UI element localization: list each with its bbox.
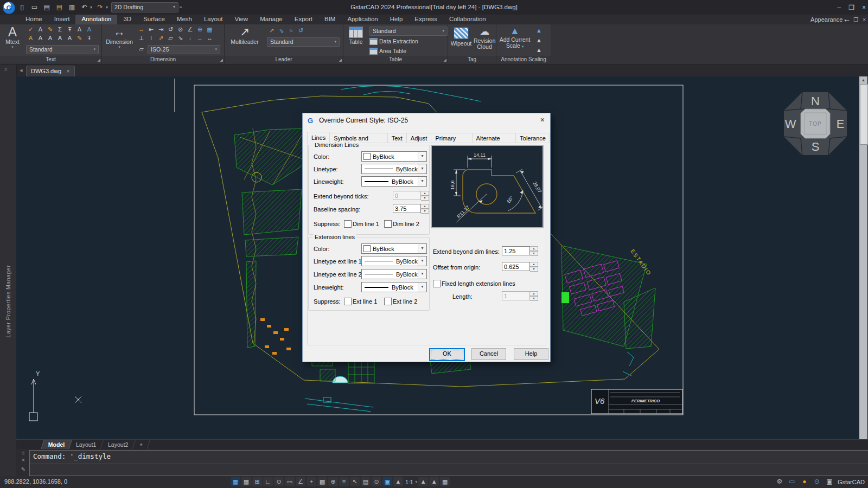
tab-tolerance[interactable]: Tolerance xyxy=(516,133,550,143)
text-dialog-launcher-icon[interactable]: ◢ xyxy=(98,58,100,62)
gear-icon[interactable]: ⚙ xyxy=(775,477,784,486)
fixed-length-checkbox[interactable] xyxy=(433,280,441,287)
ok-button[interactable]: OK xyxy=(429,348,465,361)
leader-style-dropdown[interactable]: Standard▾ xyxy=(267,37,340,47)
chevron-down-icon[interactable]: ▾ xyxy=(416,480,418,484)
spin-down-icon[interactable]: ▾ xyxy=(530,267,538,272)
tab-nav-left-icon[interactable]: ◂ xyxy=(20,67,23,74)
case-text-icon[interactable]: A xyxy=(65,34,74,42)
tab-application[interactable]: Application xyxy=(341,15,384,24)
text-frame-icon[interactable]: Ŧ xyxy=(85,34,94,42)
revision-cloud-button[interactable]: ☁ Revision Cloud xyxy=(474,25,495,50)
spin-up-icon[interactable]: ▴ xyxy=(421,204,429,209)
ext-linetype1-dropdown[interactable]: ByBlock ▾ xyxy=(361,256,427,266)
undo-caret-icon[interactable]: ▾ xyxy=(90,5,92,10)
command-close-icon[interactable]: × xyxy=(20,456,27,464)
angular-dim-icon[interactable]: ⇥ xyxy=(156,25,165,34)
zoom-tool-icon[interactable]: ⊙ xyxy=(372,477,381,486)
tab-insert[interactable]: Insert xyxy=(48,15,76,24)
dock-grip-icon[interactable]: ≡ xyxy=(4,67,8,72)
ext-color-dropdown[interactable]: ByBlock ▾ xyxy=(361,243,427,254)
dim-update-icon[interactable]: ↓ xyxy=(186,34,195,42)
qat-customize-icon[interactable]: ≡ xyxy=(180,5,182,10)
table-style-dropdown[interactable]: Standard▾ xyxy=(369,27,448,36)
angle-dim-icon[interactable]: ∠ xyxy=(186,25,195,34)
quick-dim-icon[interactable]: ▦ xyxy=(205,25,214,34)
layer-properties-manager-tab[interactable]: Layer Properties Manager xyxy=(5,265,11,337)
annotation-visibility-icon[interactable]: ▲ xyxy=(534,46,544,54)
appearance-menu[interactable]: Appearance ▾ xyxy=(810,15,846,24)
justify-icon[interactable]: Ŧ xyxy=(65,25,74,34)
tab-close-icon[interactable]: × xyxy=(66,66,69,77)
table-dialog-launcher-icon[interactable]: ◢ xyxy=(444,58,446,62)
doc-restore-button[interactable]: ❐ xyxy=(853,17,858,23)
dim-break-icon[interactable]: ⇘ xyxy=(176,34,185,42)
remove-leader-icon[interactable]: ⇘ xyxy=(277,27,286,35)
dim-color-dropdown[interactable]: ByBlock ▾ xyxy=(361,151,427,162)
dimension-dialog-launcher-icon[interactable]: ◢ xyxy=(220,58,223,62)
tab-export[interactable]: Export xyxy=(289,15,318,24)
center-mark-icon[interactable]: ⊕ xyxy=(195,25,205,34)
scroll-up-icon[interactable]: ▴ xyxy=(859,76,867,84)
tab-text[interactable]: Text xyxy=(388,133,407,143)
clean-screen-icon[interactable]: ▣ xyxy=(825,477,834,486)
ext-line2-checkbox[interactable] xyxy=(384,298,392,305)
linear-dim-icon[interactable]: ↔ xyxy=(137,25,146,34)
tab-model[interactable]: Model xyxy=(41,440,72,450)
text-style-dropdown[interactable]: Standard▾ xyxy=(26,45,99,54)
dim-edit-icon[interactable]: ↔ xyxy=(195,34,205,42)
leader-dialog-launcher-icon[interactable]: ◢ xyxy=(339,58,342,62)
isolate-objects-icon[interactable]: ⊙ xyxy=(813,477,821,486)
dimension-button[interactable]: ↔ Dimension ▾ xyxy=(104,25,135,49)
tab-mesh[interactable]: Mesh xyxy=(171,15,198,24)
baseline-spacing-spinner[interactable]: 3.75 ▴▾ xyxy=(393,204,429,213)
aligned-dim-icon[interactable]: ⇤ xyxy=(146,25,156,34)
dimension-style-dropdown[interactable]: ISO-25▾ xyxy=(148,45,220,54)
diameter-dim-icon[interactable]: ⊘ xyxy=(176,25,185,34)
unlock-icon[interactable]: ▭ xyxy=(788,477,796,486)
redo-icon[interactable]: ↷ xyxy=(95,3,105,12)
dim-line2-checkbox[interactable] xyxy=(384,220,392,228)
annotation-scale-icon[interactable]: ▲ xyxy=(393,477,403,486)
tab-view[interactable]: View xyxy=(228,15,254,24)
open-file-icon[interactable]: ▭ xyxy=(30,3,39,12)
viewcube-north[interactable]: N xyxy=(811,94,820,108)
convert-text-icon[interactable]: ✎ xyxy=(75,34,84,42)
mtext-button[interactable]: A Mtext ▾ xyxy=(2,25,23,49)
tab-primary-units[interactable]: Primary Units xyxy=(431,133,472,143)
vertical-scroll-thumb[interactable] xyxy=(860,84,868,145)
document-tab[interactable]: DWG3.dwg × xyxy=(26,66,75,77)
multileader-button[interactable]: ↗ Multileader xyxy=(227,25,263,45)
print-icon[interactable]: ▥ xyxy=(67,3,76,12)
app-logo-icon[interactable]: G xyxy=(3,2,15,14)
tab-layout2[interactable]: Layout2 xyxy=(101,440,136,450)
lightbulb-icon[interactable]: ● xyxy=(800,477,809,486)
tab-alternate-units[interactable]: Alternate Units xyxy=(473,133,516,143)
tab-annotation[interactable]: Annotation xyxy=(75,15,117,24)
add-scales-icon[interactable]: ▲ xyxy=(534,27,544,35)
doc-minimize-button[interactable]: – xyxy=(846,17,850,23)
center-snap-icon[interactable]: ⊕ xyxy=(328,477,338,486)
tab-manage[interactable]: Manage xyxy=(254,15,289,24)
ext-lineweight-dropdown[interactable]: ByBlock ▾ xyxy=(361,282,427,292)
auto-add-scales-icon[interactable]: ▲ xyxy=(418,477,428,486)
arc-text-icon[interactable]: A xyxy=(85,25,94,34)
dim-line1-checkbox[interactable] xyxy=(344,220,352,228)
ext-line1-checkbox[interactable] xyxy=(344,298,352,305)
tab-express[interactable]: Express xyxy=(409,15,443,24)
command-input-area[interactable]: Command: '_dimstyle xyxy=(29,450,868,476)
viewcube-top-face[interactable]: TOP xyxy=(809,121,821,127)
align-leader-icon[interactable]: ≈ xyxy=(286,27,296,35)
spin-up-icon[interactable]: ▴ xyxy=(530,246,538,251)
spin-up-icon[interactable]: ▴ xyxy=(530,262,538,267)
add-current-scale-button[interactable]: ▲ Add Current Scale ▾ xyxy=(499,25,531,49)
baseline-dim-icon[interactable]: I xyxy=(146,34,156,42)
text-align-icon[interactable]: A xyxy=(36,25,45,34)
tab-help[interactable]: Help xyxy=(384,15,409,24)
tab-home[interactable]: Home xyxy=(20,15,48,24)
viewcube-west[interactable]: W xyxy=(785,117,796,131)
text-mask-icon[interactable]: A xyxy=(26,34,35,42)
tab-layout1[interactable]: Layout1 xyxy=(69,440,104,450)
object-snap-icon[interactable]: ▭ xyxy=(285,477,295,486)
edit-text-icon[interactable]: ✎ xyxy=(46,25,55,34)
